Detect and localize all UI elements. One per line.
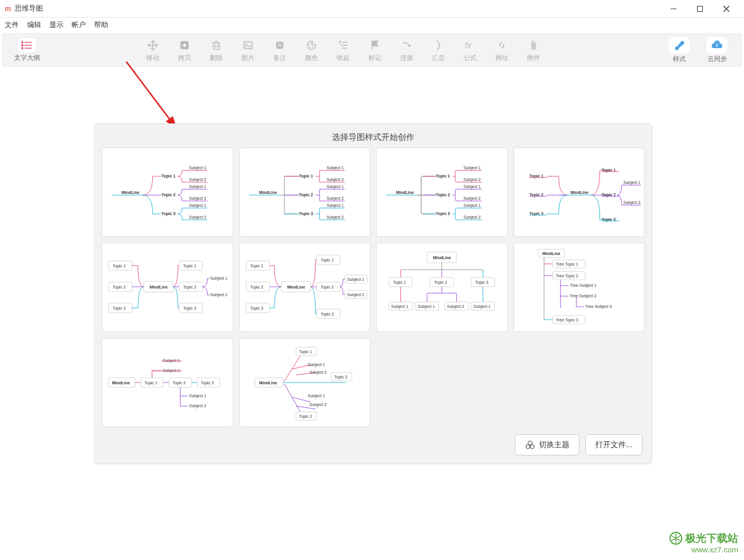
svg-text:Subject 2: Subject 2 [309, 403, 326, 407]
template-card-10[interactable]: MindLine Topic 1 Subject 1 Subject 2 Top… [239, 338, 371, 427]
svg-text:Subject 1: Subject 1 [326, 185, 343, 189]
image-icon [239, 38, 257, 52]
menu-account[interactable]: 帐户 [72, 20, 86, 30]
menu-help[interactable]: 帮助 [94, 20, 108, 30]
svg-text:Subject 1: Subject 1 [464, 203, 481, 208]
svg-text:MindLine: MindLine [259, 190, 277, 195]
svg-text:Topic 3: Topic 3 [601, 217, 615, 222]
svg-text:Topic 2: Topic 2 [529, 193, 543, 197]
svg-rect-22 [276, 42, 283, 49]
template-card-9[interactable]: MindLine Topic 1 Topic 2 Topic 3 Subject… [102, 338, 233, 427]
svg-text:Subject 2: Subject 2 [464, 196, 481, 201]
svg-text:Subject 2: Subject 2 [189, 177, 206, 182]
svg-text:Tree Topic 3: Tree Topic 3 [555, 318, 578, 323]
svg-text:Subject 2: Subject 2 [464, 215, 481, 220]
svg-text:MindLine: MindLine [150, 285, 168, 289]
cloud-button[interactable]: 云同步 [701, 37, 733, 63]
menu-edit[interactable]: 编辑 [27, 20, 41, 30]
template-card-3[interactable]: MindLine Topic 1 Topic 2 Topic 3 Subject… [376, 147, 508, 237]
outline-button[interactable]: 文字大纲 [11, 38, 43, 62]
url-button[interactable]: 网址 [486, 38, 518, 62]
switch-theme-button[interactable]: 切换主题 [515, 434, 579, 455]
svg-rect-15 [213, 43, 219, 49]
svg-point-231 [530, 445, 534, 449]
menu-file[interactable]: 文件 [5, 20, 19, 30]
svg-text:Topic 1: Topic 1 [436, 174, 450, 179]
template-card-8[interactable]: MindLine Tree Topic 1 Tree Topic 2 Tree … [514, 243, 645, 332]
menu-view[interactable]: 显示 [49, 20, 63, 30]
svg-text:Topic 1: Topic 1 [299, 174, 313, 179]
delete-button[interactable]: 删除 [200, 38, 232, 62]
collapse-button[interactable]: 收起 [327, 38, 359, 62]
open-file-button[interactable]: 打开文件... [585, 434, 642, 455]
svg-point-21 [246, 43, 247, 45]
template-card-2[interactable]: MindLine Topic 1 Topic 2 Topic 3 Subject… [239, 147, 371, 237]
svg-text:Topic 1: Topic 1 [162, 174, 176, 179]
svg-point-26 [310, 46, 311, 48]
svg-text:Topic 1: Topic 1 [601, 168, 615, 173]
svg-text:Topic 3: Topic 3 [436, 212, 450, 216]
summary-button[interactable]: 汇总 [423, 38, 454, 62]
watermark: 极光下载站 www.xz7.com [669, 531, 738, 554]
svg-text:Topic 1: Topic 1 [320, 258, 333, 263]
template-card-7[interactable]: MindLine Topic 1 Topic 2 Topic 3 Subject… [376, 243, 508, 332]
toolbar: 文字大纲 移动 拷贝 删除 图片 备注 颜色 收起 标记 连接 汇总 fx公式 … [2, 33, 742, 67]
svg-text:Topic 2: Topic 2 [601, 193, 615, 197]
image-button[interactable]: 图片 [232, 38, 264, 62]
svg-text:Subject 1: Subject 1 [418, 304, 435, 309]
svg-text:MindLine: MindLine [433, 256, 451, 260]
svg-text:Topic 3: Topic 3 [320, 312, 333, 317]
svg-text:Subject 1: Subject 1 [307, 394, 324, 398]
app-icon: m [5, 5, 11, 13]
svg-point-6 [22, 44, 23, 45]
svg-text:Tree Topic 1: Tree Topic 1 [555, 262, 578, 267]
window-controls [660, 0, 739, 18]
palette-icon [303, 38, 320, 52]
svg-text:Subject 2: Subject 2 [189, 215, 206, 220]
style-button[interactable]: 样式 [663, 37, 695, 63]
svg-text:MindLine: MindLine [396, 190, 414, 195]
copy-icon [176, 38, 193, 52]
template-card-4[interactable]: MindLine Topic 1 Topic 2 Topic 3 Topic 1… [514, 147, 645, 237]
minimize-button[interactable] [660, 0, 686, 18]
svg-text:Topic 3: Topic 3 [113, 306, 126, 311]
attach-button[interactable]: 附件 [518, 38, 549, 62]
svg-text:Topic 2: Topic 2 [162, 193, 176, 197]
svg-text:Tree Subject 1: Tree Subject 1 [569, 283, 596, 288]
link-button[interactable]: 连接 [391, 38, 423, 62]
svg-text:Topic 1: Topic 1 [250, 264, 263, 269]
move-icon [144, 38, 162, 52]
svg-text:Tree Subject 3: Tree Subject 3 [585, 304, 611, 309]
cloud-icon [706, 37, 728, 53]
template-card-5[interactable]: MindLine Topic 1 Topic 2 Topic 3 Topic 1… [102, 243, 233, 332]
svg-text:MindLine: MindLine [570, 190, 588, 195]
template-dialog: 选择导图样式开始创作 MindLine Topic 1 Topic 2 Topi… [94, 123, 652, 464]
paperclip-icon [525, 38, 542, 52]
svg-text:Subject 1: Subject 1 [464, 166, 481, 170]
color-button[interactable]: 颜色 [296, 38, 327, 62]
dialog-footer: 切换主题 打开文件... [102, 427, 645, 457]
svg-text:Topic 3: Topic 3 [475, 280, 488, 285]
mark-button[interactable]: 标记 [359, 38, 391, 62]
note-button[interactable]: 备注 [264, 38, 296, 62]
svg-text:Subject 2: Subject 2 [189, 404, 206, 408]
list-icon [18, 38, 36, 52]
svg-text:Subject 1: Subject 1 [210, 276, 227, 281]
svg-text:Topic 2: Topic 2 [299, 414, 311, 419]
svg-text:Topic 3: Topic 3 [529, 212, 543, 216]
svg-text:MindLine: MindLine [122, 190, 140, 195]
svg-text:Subject 2: Subject 2 [464, 177, 481, 182]
svg-text:Topic 3: Topic 3 [162, 212, 176, 216]
svg-line-33 [126, 62, 176, 128]
template-card-1[interactable]: MindLine Topic 1 Topic 2 Topic 3 Subject… [102, 147, 233, 237]
trash-icon [207, 38, 225, 52]
note-icon [271, 38, 289, 52]
formula-button[interactable]: fx公式 [454, 38, 486, 62]
svg-text:Subject 1: Subject 1 [189, 185, 206, 189]
svg-text:Topic 2: Topic 2 [434, 280, 447, 285]
close-button[interactable] [713, 0, 739, 18]
maximize-button[interactable] [686, 0, 713, 18]
svg-text:Topic 2: Topic 2 [320, 285, 333, 290]
svg-text:Subject 2: Subject 2 [326, 196, 343, 201]
template-card-6[interactable]: MindLine Topic 1 Topic 2 Topic 3 Topic 1… [239, 243, 371, 332]
